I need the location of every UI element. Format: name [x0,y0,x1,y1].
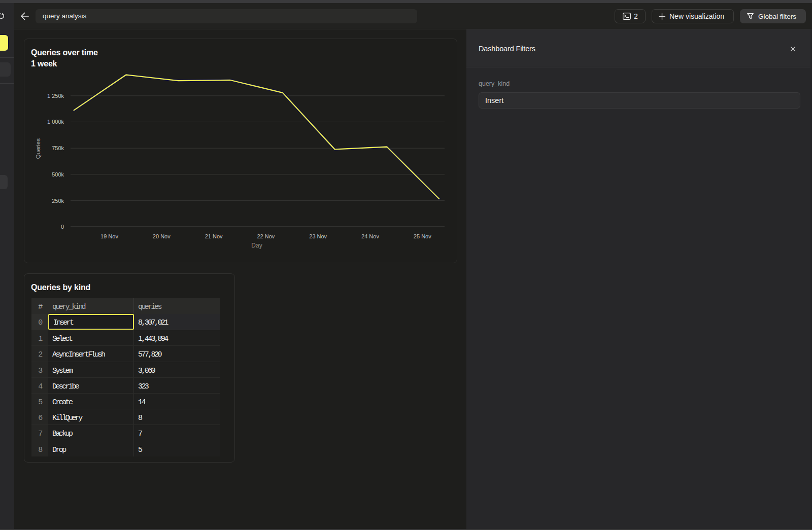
svg-text:1 250k: 1 250k [47,93,64,99]
svg-text:250k: 250k [52,198,64,204]
svg-text:Day: Day [251,242,262,249]
svg-text:23 Nov: 23 Nov [309,233,327,239]
svg-text:24 Nov: 24 Nov [361,233,379,239]
svg-text:500k: 500k [52,171,64,178]
svg-text:Queries: Queries [35,138,41,159]
svg-text:750k: 750k [52,145,64,151]
svg-text:25 Nov: 25 Nov [414,233,431,239]
svg-text:0: 0 [61,224,64,230]
svg-text:19 Nov: 19 Nov [100,233,118,239]
svg-text:21 Nov: 21 Nov [205,233,223,239]
svg-text:1 000k: 1 000k [47,119,64,125]
svg-text:22 Nov: 22 Nov [257,233,275,239]
svg-text:20 Nov: 20 Nov [153,233,171,239]
